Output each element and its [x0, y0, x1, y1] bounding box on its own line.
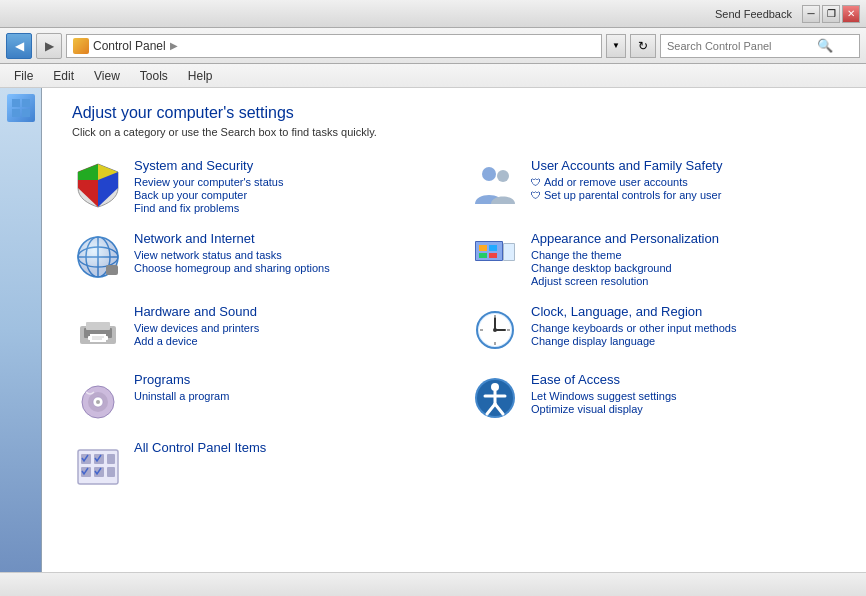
category-network[interactable]: Network and Internet View network status… — [72, 231, 449, 288]
hardware-link-1[interactable]: View devices and printers — [134, 322, 449, 334]
menu-bar: File Edit View Tools Help — [0, 64, 866, 88]
clock-icon — [469, 304, 521, 356]
category-hardware[interactable]: Hardware and Sound View devices and prin… — [72, 304, 449, 356]
network-link-2[interactable]: Choose homegroup and sharing options — [134, 262, 449, 274]
svg-rect-18 — [489, 253, 497, 258]
system-title[interactable]: System and Security — [134, 158, 449, 173]
svg-rect-1 — [22, 99, 30, 107]
svg-rect-3 — [22, 109, 30, 117]
svg-point-5 — [497, 170, 509, 182]
content-area: Adjust your computer's settings Click on… — [42, 88, 866, 572]
category-user[interactable]: User Accounts and Family Safety 🛡Add or … — [469, 158, 846, 215]
appearance-link-2[interactable]: Change desktop background — [531, 262, 846, 274]
search-box[interactable]: 🔍 — [660, 34, 860, 58]
all-icon — [72, 440, 124, 492]
address-separator: ▶ — [170, 40, 178, 51]
address-bar: ◀ ▶ Control Panel ▶ ▼ ↻ 🔍 — [0, 28, 866, 64]
user-title[interactable]: User Accounts and Family Safety — [531, 158, 846, 173]
svg-rect-17 — [479, 253, 487, 258]
svg-point-4 — [482, 167, 496, 181]
svg-rect-15 — [479, 245, 487, 251]
clock-link-2[interactable]: Change display language — [531, 335, 846, 347]
hardware-content: Hardware and Sound View devices and prin… — [134, 304, 449, 348]
address-box[interactable]: Control Panel ▶ — [66, 34, 602, 58]
all-title[interactable]: All Control Panel Items — [134, 440, 449, 455]
svg-rect-2 — [12, 109, 20, 117]
folder-icon — [73, 38, 89, 54]
title-bar: Send Feedback ─ ❐ ✕ — [0, 0, 866, 28]
programs-icon — [72, 372, 124, 424]
hardware-link-2[interactable]: Add a device — [134, 335, 449, 347]
back-button[interactable]: ◀ — [6, 33, 32, 59]
appearance-icon — [469, 231, 521, 283]
svg-rect-16 — [489, 245, 497, 251]
hardware-title[interactable]: Hardware and Sound — [134, 304, 449, 319]
category-system[interactable]: System and Security Review your computer… — [72, 158, 449, 215]
svg-rect-51 — [107, 454, 115, 464]
minimize-button[interactable]: ─ — [802, 5, 820, 23]
network-link-1[interactable]: View network status and tasks — [134, 249, 449, 261]
all-content: All Control Panel Items — [134, 440, 449, 458]
clock-content: Clock, Language, and Region Change keybo… — [531, 304, 846, 348]
programs-content: Programs Uninstall a program — [134, 372, 449, 403]
page-subtitle: Click on a category or use the Search bo… — [72, 126, 846, 138]
ease-content: Ease of Access Let Windows suggest setti… — [531, 372, 846, 416]
category-all[interactable]: All Control Panel Items — [72, 440, 449, 492]
user-content: User Accounts and Family Safety 🛡Add or … — [531, 158, 846, 202]
menu-help[interactable]: Help — [178, 67, 223, 85]
programs-title[interactable]: Programs — [134, 372, 449, 387]
refresh-button[interactable]: ↻ — [630, 34, 656, 58]
svg-rect-25 — [90, 334, 106, 342]
svg-rect-20 — [504, 244, 514, 260]
user-link-2[interactable]: 🛡Set up parental controls for any user — [531, 189, 846, 201]
search-input[interactable] — [667, 40, 817, 52]
svg-rect-54 — [107, 467, 115, 477]
sidebar — [0, 88, 42, 572]
appearance-link-1[interactable]: Change the theme — [531, 249, 846, 261]
programs-link-1[interactable]: Uninstall a program — [134, 390, 449, 402]
category-ease[interactable]: Ease of Access Let Windows suggest setti… — [469, 372, 846, 424]
category-clock[interactable]: Clock, Language, and Region Change keybo… — [469, 304, 846, 356]
svg-point-32 — [493, 328, 497, 332]
network-icon — [72, 231, 124, 283]
menu-file[interactable]: File — [4, 67, 43, 85]
network-content: Network and Internet View network status… — [134, 231, 449, 275]
send-feedback-link[interactable]: Send Feedback — [715, 8, 792, 20]
user-icon — [469, 158, 521, 210]
address-dropdown-button[interactable]: ▼ — [606, 34, 626, 58]
forward-button[interactable]: ▶ — [36, 33, 62, 59]
system-link-1[interactable]: Review your computer's status — [134, 176, 449, 188]
page-title: Adjust your computer's settings — [72, 104, 846, 122]
category-programs[interactable]: Programs Uninstall a program — [72, 372, 449, 424]
svg-rect-0 — [12, 99, 20, 107]
status-bar — [0, 572, 866, 596]
system-link-3[interactable]: Find and fix problems — [134, 202, 449, 214]
ease-title[interactable]: Ease of Access — [531, 372, 846, 387]
system-content: System and Security Review your computer… — [134, 158, 449, 215]
close-button[interactable]: ✕ — [842, 5, 860, 23]
category-appearance[interactable]: Appearance and Personalization Change th… — [469, 231, 846, 288]
appearance-title[interactable]: Appearance and Personalization — [531, 231, 846, 246]
user-link-1[interactable]: 🛡Add or remove user accounts — [531, 176, 846, 188]
svg-point-40 — [96, 400, 100, 404]
restore-button[interactable]: ❐ — [822, 5, 840, 23]
menu-view[interactable]: View — [84, 67, 130, 85]
clock-title[interactable]: Clock, Language, and Region — [531, 304, 846, 319]
hardware-icon — [72, 304, 124, 356]
system-link-2[interactable]: Back up your computer — [134, 189, 449, 201]
menu-edit[interactable]: Edit — [43, 67, 84, 85]
clock-link-1[interactable]: Change keyboards or other input methods — [531, 322, 846, 334]
main-container: Adjust your computer's settings Click on… — [0, 88, 866, 572]
sidebar-icon — [7, 94, 35, 122]
search-icon: 🔍 — [817, 38, 833, 53]
ease-icon — [469, 372, 521, 424]
network-title[interactable]: Network and Internet — [134, 231, 449, 246]
menu-tools[interactable]: Tools — [130, 67, 178, 85]
svg-rect-12 — [106, 265, 118, 275]
system-icon — [72, 158, 124, 210]
appearance-link-3[interactable]: Adjust screen resolution — [531, 275, 846, 287]
ease-link-1[interactable]: Let Windows suggest settings — [531, 390, 846, 402]
address-text: Control Panel — [93, 39, 166, 53]
appearance-content: Appearance and Personalization Change th… — [531, 231, 846, 288]
ease-link-2[interactable]: Optimize visual display — [531, 403, 846, 415]
